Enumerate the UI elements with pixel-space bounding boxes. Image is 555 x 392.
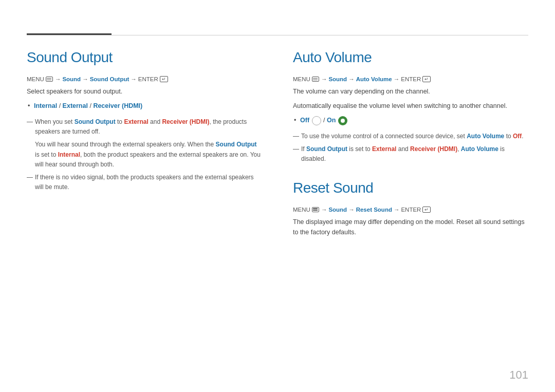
note1-text2: to <box>116 118 124 125</box>
rs-sound-link: Sound <box>328 207 347 213</box>
av-note2-text1: If <box>301 145 306 153</box>
toggle-off-icon <box>312 116 321 125</box>
page-number: 101 <box>509 368 528 382</box>
rs-arrow2: → <box>348 207 355 213</box>
av-note2-text4: , <box>457 145 461 153</box>
note2-text2: is set to <box>35 151 58 158</box>
menu-label: MENU <box>27 76 44 82</box>
menu-icon <box>46 77 53 82</box>
rs-enter-label: ENTER <box>401 207 421 213</box>
av-note2-auto-volume: Auto Volume <box>461 145 498 153</box>
av-note2: If Sound Output is set to External and R… <box>293 144 528 164</box>
av-separator: / <box>323 117 327 124</box>
av-note2-text2: is set to <box>347 145 372 153</box>
sep1: / <box>59 102 63 109</box>
av-note1-off: Off <box>513 133 522 140</box>
auto-volume-bullet-list: Off / On <box>293 115 528 125</box>
av-on-label: On <box>327 117 336 124</box>
page-container: Sound Output MENU → Sound → Sound Output… <box>0 0 555 392</box>
av-arrow3: → <box>394 76 400 82</box>
av-note1-text3: . <box>522 133 523 140</box>
rs-arrow3: → <box>394 207 400 213</box>
av-note2-external: External <box>372 145 396 153</box>
note2-sound-output: Sound Output <box>216 141 257 148</box>
internal-label: Internal <box>34 102 57 109</box>
note3-text: If there is no video signal, both the pr… <box>35 174 254 191</box>
arrow1: → <box>55 76 61 82</box>
av-sound-link: Sound <box>328 76 347 82</box>
note2-text1: You will hear sound through the external… <box>35 141 216 148</box>
av-enter-icon <box>422 76 431 82</box>
av-auto-volume-link: Auto Volume <box>356 76 392 82</box>
av-off-on-item: Off / On <box>293 115 528 125</box>
columns: Sound Output MENU → Sound → Sound Output… <box>27 35 528 371</box>
av-note1-text1: To use the volume control of a connected… <box>301 133 467 140</box>
note1-text3: and <box>149 118 162 125</box>
note1-external: External <box>124 118 148 125</box>
toggle-on-icon <box>338 116 347 125</box>
sound-output-bullet-list: Internal / External / Receiver (HDMI) <box>27 101 262 111</box>
select-speakers-text: Select speakers for sound output. <box>27 86 262 97</box>
av-desc1: The volume can vary depending on the cha… <box>293 86 528 97</box>
av-note2-sound-output: Sound Output <box>306 145 347 153</box>
bullet-item-internal-external: Internal / External / Receiver (HDMI) <box>27 101 262 111</box>
rs-menu-icon <box>312 207 319 212</box>
arrow2: → <box>82 76 88 82</box>
av-menu-icon <box>312 77 319 82</box>
av-note1-auto-volume: Auto Volume <box>467 133 504 140</box>
av-note1-text2: to <box>504 133 513 140</box>
enter-icon <box>160 76 168 82</box>
av-arrow1: → <box>321 76 327 82</box>
auto-volume-title: Auto Volume <box>293 49 528 66</box>
note1-text1: When you set <box>35 118 75 125</box>
rs-enter-icon <box>422 207 431 213</box>
sound-link: Sound <box>62 76 81 82</box>
av-arrow2: → <box>348 76 355 82</box>
sound-output-note1: When you set Sound Output to External an… <box>27 117 262 137</box>
av-menu-label: MENU <box>293 76 310 82</box>
sound-output-link: Sound Output <box>90 76 130 82</box>
av-note2-text3: and <box>396 145 410 153</box>
sound-output-note2-indent: You will hear sound through the external… <box>27 140 262 170</box>
external-label: External <box>63 102 88 109</box>
reset-sound-menu-path: MENU → Sound → Reset Sound → ENTER <box>293 207 528 213</box>
av-off-label: Off <box>300 117 309 124</box>
av-note1: To use the volume control of a connected… <box>293 132 528 141</box>
av-desc2: Automatically equalise the volume level … <box>293 101 528 111</box>
note2-internal: Internal <box>58 151 80 158</box>
arrow3: → <box>131 76 137 82</box>
reset-sound-desc: The displayed image may differ depending… <box>293 217 528 237</box>
note1-receiver: Receiver (HDMI) <box>162 118 209 125</box>
rs-arrow1: → <box>321 207 327 213</box>
enter-label: ENTER <box>138 76 158 82</box>
note1-sound-output: Sound Output <box>75 118 116 125</box>
col-right: Auto Volume MENU → Sound → Auto Volume →… <box>293 35 528 371</box>
av-note2-receiver: Receiver (HDMI) <box>410 145 457 153</box>
reset-sound-section: Reset Sound MENU → Sound → Reset Sound →… <box>293 180 528 237</box>
sound-output-menu-path: MENU → Sound → Sound Output → ENTER <box>27 76 262 82</box>
reset-sound-title: Reset Sound <box>293 180 528 196</box>
sound-output-title: Sound Output <box>27 49 262 66</box>
av-enter-label: ENTER <box>401 76 421 82</box>
rs-reset-sound-link: Reset Sound <box>356 207 392 213</box>
sound-output-note3: If there is no video signal, both the pr… <box>27 173 262 192</box>
col-left: Sound Output MENU → Sound → Sound Output… <box>27 35 262 371</box>
auto-volume-menu-path: MENU → Sound → Auto Volume → ENTER <box>293 76 528 82</box>
receiver-hdmi-label: Receiver (HDMI) <box>93 102 142 109</box>
rs-menu-label: MENU <box>293 207 310 213</box>
